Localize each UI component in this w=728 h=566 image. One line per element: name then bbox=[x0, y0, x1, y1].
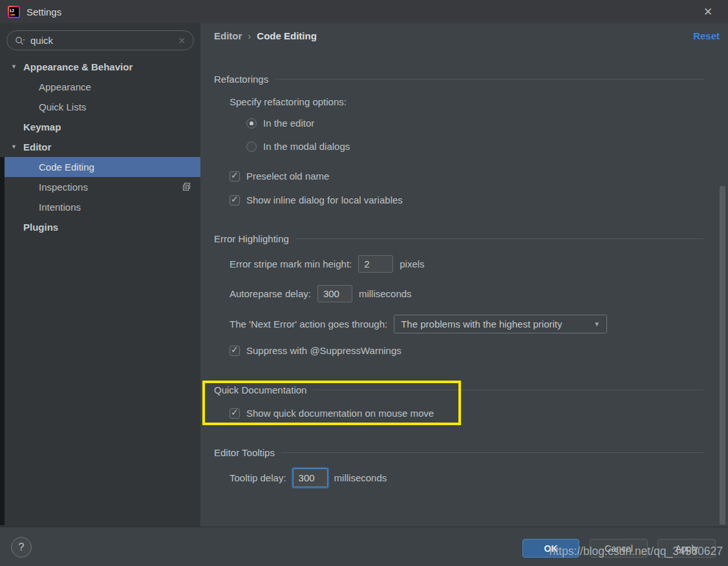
autoreparse-delay-input[interactable] bbox=[317, 285, 352, 302]
sidebar-item-inspections[interactable]: Inspections bbox=[0, 177, 200, 197]
section-header-error-highlighting: Error Highlighting bbox=[214, 233, 703, 244]
checkbox-icon[interactable]: ✓ bbox=[230, 171, 240, 182]
section-divider bbox=[313, 390, 703, 390]
radio-button-icon[interactable] bbox=[246, 118, 257, 129]
close-icon[interactable]: ✕ bbox=[700, 4, 716, 19]
settings-content-panel: Editor › Code Editing Reset Refactorings… bbox=[200, 23, 728, 527]
checkbox-quick-doc-mouse-move[interactable]: ✓ Show quick documentation on mouse move bbox=[230, 408, 434, 419]
sidebar-item-plugins[interactable]: Plugins bbox=[0, 217, 200, 237]
copy-icon bbox=[182, 182, 192, 194]
window-title: Settings bbox=[27, 6, 61, 17]
autoreparse-delay-row: Autoreparse delay: milliseconds bbox=[230, 285, 412, 302]
checkbox-icon[interactable]: ✓ bbox=[230, 195, 240, 205]
breadcrumb-editor[interactable]: Editor bbox=[214, 30, 242, 41]
checkbox-preselect-old-name[interactable]: ✓ Preselect old name bbox=[230, 171, 329, 182]
search-clear-icon[interactable]: ✕ bbox=[178, 36, 186, 46]
checkbox-icon[interactable]: ✓ bbox=[230, 346, 240, 356]
intellij-logo-icon: IJ bbox=[8, 6, 20, 18]
radio-in-the-editor[interactable]: In the editor bbox=[246, 118, 314, 129]
radio-in-the-modal-dialogs[interactable]: In the modal dialogs bbox=[246, 141, 350, 152]
dialog-footer: ? OK Cancel Apply https://blog.csdn.net/… bbox=[0, 527, 728, 566]
settings-sidebar: quick ✕ ▼ Appearance & Behavior Appearan… bbox=[0, 23, 200, 527]
next-error-dropdown[interactable]: The problems with the highest priority ▼ bbox=[394, 315, 607, 333]
chevron-down-icon[interactable]: ▼ bbox=[11, 143, 17, 150]
error-stripe-height-input[interactable] bbox=[358, 255, 393, 273]
section-divider bbox=[275, 79, 703, 79]
search-icon bbox=[15, 36, 25, 45]
sidebar-item-keymap[interactable]: Keymap bbox=[0, 117, 200, 137]
checkbox-icon[interactable]: ✓ bbox=[230, 408, 240, 419]
chevron-down-icon[interactable]: ▼ bbox=[11, 63, 17, 70]
sidebar-item-appearance[interactable]: Appearance bbox=[0, 77, 200, 97]
sidebar-item-appearance-behavior[interactable]: ▼ Appearance & Behavior bbox=[0, 57, 200, 77]
screen-edge-artifact bbox=[0, 157, 5, 525]
settings-tree: ▼ Appearance & Behavior Appearance Quick… bbox=[0, 57, 200, 237]
section-header-quick-documentation: Quick Documentation bbox=[214, 384, 703, 395]
chevron-right-icon: › bbox=[248, 30, 251, 41]
sidebar-item-quick-lists[interactable]: Quick Lists bbox=[0, 97, 200, 117]
section-divider bbox=[295, 238, 703, 239]
next-error-row: The 'Next Error' action goes through: Th… bbox=[230, 315, 607, 333]
checkbox-suppress-warnings[interactable]: ✓ Suppress with @SuppressWarnings bbox=[230, 345, 401, 356]
breadcrumb-code-editing: Code Editing bbox=[257, 30, 317, 41]
sidebar-item-intentions[interactable]: Intentions bbox=[0, 197, 200, 217]
section-divider bbox=[281, 452, 703, 453]
checkbox-show-inline-dialog[interactable]: ✓ Show inline dialog for local variables bbox=[230, 194, 403, 205]
radio-button-icon[interactable] bbox=[246, 142, 257, 152]
breadcrumb: Editor › Code Editing bbox=[214, 30, 317, 41]
title-bar: IJ Settings ✕ bbox=[0, 0, 728, 23]
search-input[interactable]: quick ✕ bbox=[6, 30, 194, 50]
error-stripe-row: Error stripe mark min height: pixels bbox=[230, 255, 425, 273]
chevron-down-icon: ▼ bbox=[594, 320, 600, 328]
refactoring-options-label: Specify refactoring options: bbox=[230, 96, 347, 107]
sidebar-item-code-editing[interactable]: Code Editing bbox=[0, 157, 200, 177]
tooltip-delay-row: Tooltip delay: milliseconds bbox=[230, 468, 387, 487]
search-value: quick bbox=[30, 35, 173, 46]
tooltip-delay-input[interactable] bbox=[293, 468, 328, 487]
help-button[interactable]: ? bbox=[11, 537, 32, 558]
section-header-editor-tooltips: Editor Tooltips bbox=[214, 447, 703, 458]
reset-link[interactable]: Reset bbox=[693, 30, 720, 41]
sidebar-item-editor[interactable]: ▼ Editor bbox=[0, 137, 200, 157]
vertical-scrollbar[interactable] bbox=[720, 186, 725, 525]
csdn-watermark: https://blog.csdn.net/qq_34580627 bbox=[549, 545, 723, 558]
section-header-refactorings: Refactorings bbox=[214, 74, 703, 85]
